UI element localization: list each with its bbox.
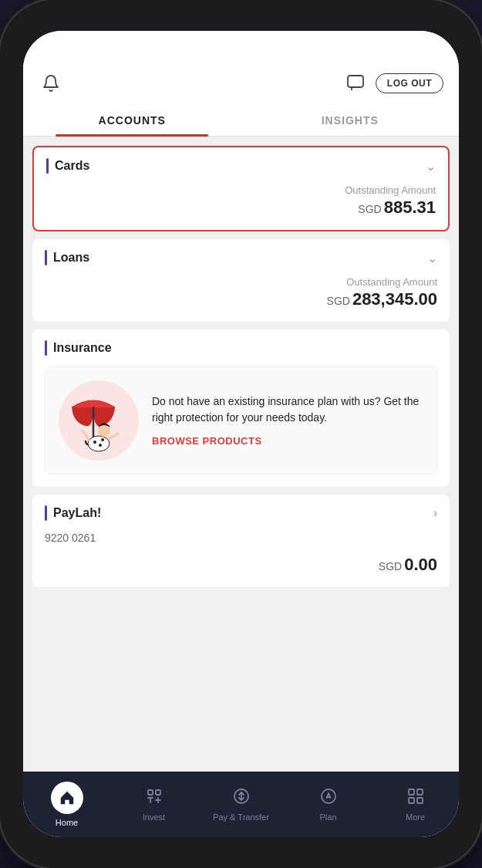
paylah-header[interactable]: PayLah! › xyxy=(32,495,450,532)
cards-amount-value: 885.31 xyxy=(384,198,436,217)
cards-amount-label: Outstanding Amount xyxy=(46,184,436,196)
nav-more-label: More xyxy=(406,812,425,822)
purple-accent xyxy=(46,158,49,174)
tab-insights[interactable]: INSIGHTS xyxy=(241,105,460,136)
svg-point-11 xyxy=(322,789,335,803)
cards-chevron-icon: ⌄ xyxy=(426,159,436,174)
status-bar xyxy=(23,31,459,65)
paylah-body: SGD0.00 xyxy=(32,555,450,587)
svg-rect-14 xyxy=(409,798,414,803)
nav-pay-transfer-label: Pay & Transfer xyxy=(213,812,269,822)
loans-header[interactable]: Loans ⌄ xyxy=(32,239,450,276)
invest-icon xyxy=(145,787,163,809)
insurance-title: Insurance xyxy=(53,341,112,355)
insurance-section: Insurance xyxy=(32,329,450,487)
plan-icon xyxy=(319,787,338,809)
nav-home-label: Home xyxy=(56,818,78,827)
loans-title: Loans xyxy=(53,251,89,265)
purple-accent-loans xyxy=(45,250,47,265)
loans-amount-label: Outstanding Amount xyxy=(45,276,437,288)
svg-rect-12 xyxy=(409,789,414,795)
cards-header[interactable]: Cards ⌄ xyxy=(34,147,448,184)
more-icon xyxy=(406,787,425,809)
loans-chevron-icon: ⌄ xyxy=(427,251,437,265)
pay-transfer-icon xyxy=(232,787,251,809)
nav-invest[interactable]: Invest xyxy=(110,787,197,822)
paylah-account-number: 9220 0261 xyxy=(32,532,450,555)
svg-point-6 xyxy=(101,438,104,441)
paylah-chevron-icon: › xyxy=(433,506,437,520)
top-bar: LOG OUT xyxy=(23,65,459,105)
chat-icon[interactable] xyxy=(343,71,368,96)
paylah-title: PayLah! xyxy=(53,506,101,520)
phone-frame: LOG OUT ACCOUNTS INSIGHTS Cards ⌄ xyxy=(0,0,482,868)
tab-accounts[interactable]: ACCOUNTS xyxy=(23,105,241,136)
bottom-nav: Home Invest xyxy=(23,772,459,837)
insurance-illustration xyxy=(56,378,141,463)
notch xyxy=(180,0,303,23)
logout-button[interactable]: LOG OUT xyxy=(376,73,443,93)
paylah-section: PayLah! › 9220 0261 SGD0.00 xyxy=(32,495,450,587)
svg-point-3 xyxy=(88,436,110,451)
purple-accent-insurance xyxy=(45,340,47,356)
browse-products-link[interactable]: BROWSE PRODUCTS xyxy=(152,435,262,447)
cards-section: Cards ⌄ Outstanding Amount SGD885.31 xyxy=(32,146,450,231)
nav-pay-transfer[interactable]: Pay & Transfer xyxy=(197,787,285,822)
loans-amount: SGD283,345.00 xyxy=(327,294,437,307)
notification-icon[interactable] xyxy=(39,71,63,96)
nav-home[interactable]: Home xyxy=(23,782,110,827)
nav-more[interactable]: More xyxy=(372,787,459,822)
insurance-text-block: Do not have an existing insurance plan w… xyxy=(152,393,426,448)
tabs-bar: ACCOUNTS INSIGHTS xyxy=(23,105,459,137)
svg-rect-15 xyxy=(417,798,423,803)
cards-amount: SGD885.31 xyxy=(358,202,436,215)
svg-rect-9 xyxy=(156,790,160,795)
phone-screen: LOG OUT ACCOUNTS INSIGHTS Cards ⌄ xyxy=(23,31,459,837)
insurance-promo-card: Do not have an existing insurance plan w… xyxy=(45,366,437,475)
svg-point-5 xyxy=(99,444,102,447)
svg-rect-0 xyxy=(348,76,363,87)
nav-plan[interactable]: Plan xyxy=(285,787,372,822)
cards-body: Outstanding Amount SGD885.31 xyxy=(34,184,448,230)
svg-rect-8 xyxy=(148,790,153,795)
insurance-header: Insurance xyxy=(32,329,450,366)
svg-point-4 xyxy=(93,441,96,444)
loans-body: Outstanding Amount SGD283,345.00 xyxy=(32,276,450,322)
cards-title: Cards xyxy=(55,159,89,173)
home-icon-bg xyxy=(51,782,83,814)
paylah-amount-value: 0.00 xyxy=(404,555,437,574)
loans-section: Loans ⌄ Outstanding Amount SGD283,345.00 xyxy=(32,239,450,322)
paylah-amount: SGD0.00 xyxy=(379,559,437,572)
purple-accent-paylah xyxy=(45,505,47,521)
content-area: Cards ⌄ Outstanding Amount SGD885.31 xyxy=(23,137,459,772)
svg-rect-13 xyxy=(417,789,423,795)
loans-amount-value: 283,345.00 xyxy=(352,289,437,309)
nav-invest-label: Invest xyxy=(143,812,165,822)
nav-plan-label: Plan xyxy=(319,812,336,822)
insurance-description: Do not have an existing insurance plan w… xyxy=(152,393,426,426)
